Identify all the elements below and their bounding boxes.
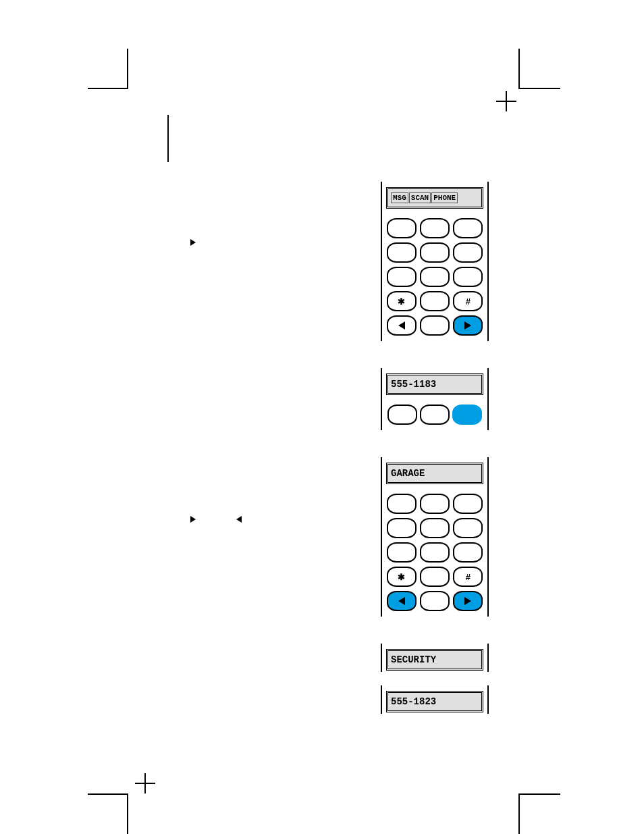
lcd-display: MSG SCAN PHONE xyxy=(386,187,483,209)
lcd-display: 555-1823 xyxy=(386,691,483,712)
key-3[interactable] xyxy=(453,494,483,514)
key-center[interactable] xyxy=(420,315,450,336)
key-2[interactable] xyxy=(420,405,450,425)
key-2[interactable] xyxy=(420,494,450,514)
lcd-display: GARAGE xyxy=(386,463,483,484)
key-9[interactable] xyxy=(453,267,483,287)
hash-icon: # xyxy=(466,572,471,582)
lcd-text: SECURITY xyxy=(391,654,436,665)
key-left[interactable] xyxy=(387,591,417,611)
key-center[interactable] xyxy=(420,591,450,611)
registration-mark xyxy=(496,91,516,111)
key-star[interactable]: ✱ xyxy=(387,567,417,587)
key-1[interactable] xyxy=(387,494,417,514)
crop-mark xyxy=(518,793,520,834)
key-5[interactable] xyxy=(420,518,450,538)
key-3[interactable] xyxy=(452,405,482,425)
arrow-right-icon xyxy=(190,516,196,523)
hash-icon: # xyxy=(466,296,471,307)
key-star[interactable]: ✱ xyxy=(387,291,417,311)
crop-mark xyxy=(127,793,128,834)
lcd-text: 555-1823 xyxy=(391,696,436,707)
key-row xyxy=(386,405,483,425)
crop-mark xyxy=(88,88,128,89)
tick-mark xyxy=(167,115,169,162)
crop-mark xyxy=(518,49,520,89)
key-7[interactable] xyxy=(387,267,417,287)
lcd-item: MSG xyxy=(391,192,408,203)
key-1[interactable] xyxy=(387,405,417,425)
crop-mark xyxy=(127,49,128,89)
lcd-display: 555-1183 xyxy=(386,373,483,395)
garage-panel: GARAGE ✱ # xyxy=(381,457,489,617)
number-panel-2: 555-1823 xyxy=(381,685,489,714)
crop-mark xyxy=(520,88,560,89)
number-panel-1: 555-1183 xyxy=(381,368,489,430)
menu-panel: MSG SCAN PHONE ✱ # xyxy=(381,182,489,341)
key-3[interactable] xyxy=(453,218,483,238)
crop-mark xyxy=(88,793,128,795)
registration-mark xyxy=(135,773,155,793)
key-6[interactable] xyxy=(453,242,483,263)
arrow-left-icon xyxy=(398,597,405,605)
key-right[interactable] xyxy=(453,591,483,611)
lcd-text: GARAGE xyxy=(391,468,425,479)
arrow-right-icon xyxy=(190,239,196,246)
key-1[interactable] xyxy=(387,218,417,238)
lcd-display: SECURITY xyxy=(386,649,483,671)
key-left[interactable] xyxy=(387,315,417,336)
keypad-column: MSG SCAN PHONE ✱ # 555-1183 xyxy=(381,182,489,741)
key-hash[interactable]: # xyxy=(453,291,483,311)
keypad: ✱ # xyxy=(386,218,483,336)
key-2[interactable] xyxy=(420,218,450,238)
key-4[interactable] xyxy=(387,242,417,263)
keypad: ✱ # xyxy=(386,494,483,611)
arrow-right-icon xyxy=(464,597,471,605)
star-icon: ✱ xyxy=(398,572,405,582)
star-icon: ✱ xyxy=(398,296,405,307)
arrow-left-icon xyxy=(398,321,405,330)
key-4[interactable] xyxy=(387,518,417,538)
key-right[interactable] xyxy=(453,315,483,336)
arrow-left-icon xyxy=(236,516,242,523)
key-5[interactable] xyxy=(420,242,450,263)
key-0[interactable] xyxy=(420,291,450,311)
key-8[interactable] xyxy=(420,542,450,563)
crop-mark xyxy=(520,793,560,795)
key-6[interactable] xyxy=(453,518,483,538)
lcd-item: SCAN xyxy=(409,192,431,203)
key-hash[interactable]: # xyxy=(453,567,483,587)
key-9[interactable] xyxy=(453,542,483,563)
security-panel: SECURITY xyxy=(381,644,489,672)
lcd-item: PHONE xyxy=(431,192,458,203)
lcd-text: 555-1183 xyxy=(391,379,436,390)
key-8[interactable] xyxy=(420,267,450,287)
key-0[interactable] xyxy=(420,567,450,587)
key-7[interactable] xyxy=(387,542,417,563)
arrow-right-icon xyxy=(464,321,471,330)
